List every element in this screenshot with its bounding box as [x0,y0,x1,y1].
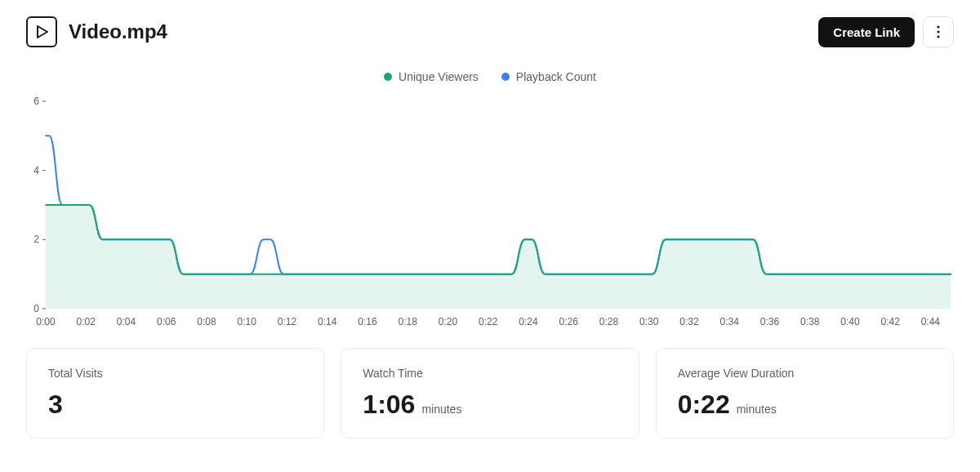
svg-text:0:42: 0:42 [880,316,900,327]
svg-marker-0 [38,26,47,38]
stat-value: 3 [48,390,302,420]
header-right: Create Link [818,16,954,47]
header: Video.mp4 Create Link [0,0,980,56]
stat-card-total-visits: Total Visits 3 [26,348,324,439]
svg-text:0:16: 0:16 [358,316,377,327]
stat-value-number: 3 [48,390,63,420]
header-left: Video.mp4 [26,16,167,47]
svg-text:0:22: 0:22 [479,316,498,327]
svg-text:0:20: 0:20 [439,316,458,327]
svg-text:0: 0 [33,303,39,314]
svg-point-3 [937,35,939,38]
svg-point-1 [937,25,939,28]
stat-value-unit: minutes [737,403,777,416]
legend-item-unique-viewers[interactable]: Unique Viewers [384,70,479,83]
page-title: Video.mp4 [69,20,167,43]
chart-legend: Unique Viewers Playback Count [0,56,980,88]
stat-value-unit: minutes [421,403,461,416]
svg-text:0:36: 0:36 [760,316,780,327]
svg-text:0:40: 0:40 [840,316,860,327]
stat-value-number: 1:06 [363,390,415,420]
stat-card-watch-time: Watch Time 1:06 minutes [341,348,639,439]
svg-text:0:14: 0:14 [318,316,337,327]
svg-text:0:38: 0:38 [800,316,820,327]
stat-value: 0:22 minutes [678,390,932,420]
stat-label: Average View Duration [678,367,932,380]
stats-row: Total Visits 3 Watch Time 1:06 minutes A… [0,333,980,439]
svg-text:0:10: 0:10 [238,316,257,327]
stat-card-avg-view-duration: Average View Duration 0:22 minutes [656,348,954,439]
svg-text:0:04: 0:04 [117,316,136,327]
video-icon [26,16,57,47]
svg-text:0:30: 0:30 [639,316,659,327]
legend-label-playback-count: Playback Count [516,70,596,83]
svg-text:0:06: 0:06 [157,316,176,327]
legend-label-unique-viewers: Unique Viewers [399,70,479,83]
stat-value-number: 0:22 [678,390,730,420]
kebab-icon [937,25,940,38]
svg-text:0:24: 0:24 [519,316,538,327]
stat-label: Watch Time [363,367,617,380]
legend-dot-playback-count [501,73,510,81]
stat-label: Total Visits [48,367,302,380]
svg-text:6: 6 [33,96,39,107]
legend-dot-unique-viewers [384,73,392,81]
svg-text:0:12: 0:12 [278,316,297,327]
legend-item-playback-count[interactable]: Playback Count [501,70,596,83]
svg-text:0:32: 0:32 [679,316,699,327]
svg-text:0:02: 0:02 [77,316,96,327]
svg-text:0:00: 0:00 [36,316,56,327]
svg-text:0:18: 0:18 [399,316,418,327]
more-menu-button[interactable] [923,16,954,47]
svg-text:0:44: 0:44 [921,316,941,327]
analytics-chart: 02460:000:020:040:060:080:100:120:140:16… [26,88,954,333]
svg-text:0:28: 0:28 [599,316,619,327]
svg-text:0:34: 0:34 [719,316,739,327]
svg-text:2: 2 [33,234,39,245]
create-link-button[interactable]: Create Link [818,17,915,47]
stat-value: 1:06 minutes [363,390,617,420]
svg-point-2 [937,30,939,33]
chart-container: 02460:000:020:040:060:080:100:120:140:16… [0,88,980,333]
svg-text:4: 4 [33,165,39,176]
svg-text:0:26: 0:26 [559,316,578,327]
svg-text:0:08: 0:08 [197,316,216,327]
